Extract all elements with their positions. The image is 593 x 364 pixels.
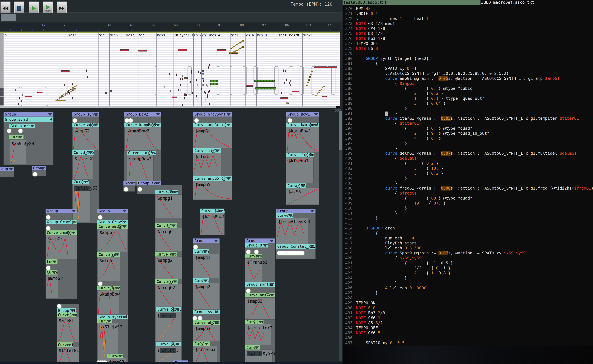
node-dot[interactable] — [98, 215, 102, 220]
promote-icon[interactable]: ↑ — [200, 342, 204, 346]
curve-panel[interactable]: $ampG1 — [57, 317, 79, 342]
promote-icon[interactable]: ↑ — [79, 180, 83, 184]
node-dot[interactable] — [288, 118, 292, 123]
curve-panel[interactable]: $tempiter2 — [245, 324, 271, 345]
curve-panel[interactable]: $ampGr — [46, 235, 77, 259]
node-dot[interactable] — [57, 304, 61, 308]
group-curve-header[interactable]: Group GravSynt — [46, 220, 77, 224]
glissando-note[interactable] — [74, 86, 76, 87]
note[interactable] — [25, 96, 32, 97]
split-badge[interactable]: Split — [160, 313, 176, 318]
curve-header[interactable]: Curve m — [46, 270, 58, 274]
group-header[interactable]: Group synth — [137, 181, 161, 185]
glissando-note[interactable] — [242, 40, 244, 41]
promote-icon[interactable]: ↑ — [118, 224, 122, 229]
glissando-note[interactable] — [59, 98, 60, 99]
note-selected[interactable] — [202, 78, 204, 79]
glissando-note[interactable] — [239, 42, 241, 43]
vertical-scrollbar[interactable] — [339, 111, 342, 361]
chevron-down-icon[interactable] — [219, 210, 224, 212]
trill-note[interactable] — [210, 80, 218, 82]
note[interactable] — [61, 70, 70, 72]
chevron-down-icon[interactable] — [203, 280, 208, 282]
chevron-down-icon[interactable] — [288, 214, 293, 217]
curve-header[interactable]: Curve ampGr↑ — [46, 230, 77, 235]
group-curve-header[interactable]: Group Constel_RII — [276, 244, 315, 249]
note[interactable] — [217, 49, 226, 51]
note[interactable] — [322, 96, 327, 97]
glissando-note[interactable] — [239, 48, 241, 49]
chevron-down-icon[interactable] — [18, 136, 23, 139]
glissando-note[interactable] — [306, 85, 308, 86]
node-dot[interactable] — [125, 118, 129, 123]
node-dot[interactable] — [33, 172, 37, 176]
chevron-down-icon[interactable] — [308, 154, 313, 156]
node-dot[interactable] — [7, 129, 11, 133]
code-editor[interactable]: 370BPM 48371;NOTE 0 1372; ----------- me… — [343, 5, 593, 346]
group-curve-header[interactable]: Group synth — [4, 117, 53, 122]
chevron-down-icon[interactable] — [258, 321, 262, 323]
note-selected[interactable] — [202, 70, 204, 72]
curve-panel[interactable]: $ampG5 — [193, 181, 232, 200]
node-dot[interactable] — [246, 289, 250, 293]
promote-icon[interactable]: ↑ — [169, 280, 173, 284]
glissando-note[interactable] — [236, 44, 238, 45]
group-curve-header[interactable]: Curve kampBow2↑ — [124, 123, 161, 127]
chevron-down-icon[interactable] — [48, 113, 52, 116]
glissando-note[interactable] — [241, 47, 242, 48]
split-badge[interactable]: Split — [247, 351, 262, 356]
group-curve-header[interactable]: Group iterS — [57, 308, 76, 313]
chevron-down-icon[interactable] — [314, 124, 318, 126]
resize-corner[interactable] — [336, 106, 340, 108]
glissando-note[interactable] — [72, 90, 74, 91]
scrollbar-thumb[interactable] — [0, 14, 16, 21]
chevron-down-icon[interactable] — [71, 314, 76, 316]
glissando-note[interactable] — [317, 93, 318, 94]
chevron-down-icon[interactable] — [70, 309, 75, 312]
chevron-down-icon[interactable] — [115, 254, 119, 256]
glissando-note[interactable] — [233, 52, 235, 53]
glissando-note[interactable] — [322, 87, 323, 88]
curve-header[interactable]: Curve — [9, 135, 24, 139]
note[interactable] — [120, 49, 129, 51]
note[interactable] — [327, 66, 337, 68]
chevron-down-icon[interactable] — [171, 253, 176, 256]
curve-panel[interactable]: $kampBow1 — [200, 213, 225, 235]
glissando-note[interactable] — [71, 91, 72, 92]
promote-icon[interactable]: ↑ — [67, 231, 72, 235]
glissando-note[interactable] — [76, 85, 78, 86]
group-curve-header[interactable]: Curve ampg1↑ — [155, 190, 178, 194]
curve-header[interactable]: Curve am — [107, 354, 124, 358]
node-dot[interactable] — [138, 187, 142, 191]
group-header[interactable]: Group — [245, 239, 275, 243]
chevron-down-icon[interactable] — [226, 177, 231, 180]
curve-panel[interactable]: $ampGr — [193, 127, 232, 148]
curve-panel[interactable]: $titerG2 — [72, 155, 93, 179]
group-curve-header[interactable]: Curve mfoGr↑ — [193, 148, 221, 153]
glissando-note[interactable] — [66, 93, 68, 94]
glissando-note[interactable] — [63, 94, 64, 95]
curve-panel[interactable]: $ampG3 — [107, 358, 127, 362]
curve-header[interactable]: Curve ampGr↑ — [97, 224, 128, 229]
curve-panel[interactable]: $ampG3 — [193, 325, 220, 341]
chevron-down-icon[interactable] — [93, 113, 98, 116]
group-curve-header[interactable]: Curve a — [193, 278, 209, 283]
chevron-down-icon[interactable] — [72, 210, 76, 212]
note-selected[interactable] — [202, 73, 204, 74]
curve-panel[interactable]: $ampg2 — [155, 256, 182, 279]
promote-icon[interactable]: ↑ — [222, 123, 226, 127]
curve-panel[interactable]: $kfreqb1 — [286, 157, 313, 183]
group-curve-header[interactable]: Curve kampBow1↑ — [286, 123, 319, 127]
group-curve-header[interactable]: Group Orch — [245, 243, 268, 247]
glissando-note[interactable] — [70, 89, 72, 90]
chevron-down-icon[interactable] — [30, 125, 34, 127]
glissando-note[interactable] — [63, 96, 64, 97]
chevron-down-icon[interactable] — [9, 168, 13, 170]
chevron-down-icon[interactable] — [68, 344, 72, 346]
group-header[interactable]: Group — [124, 181, 135, 185]
chevron-down-icon[interactable] — [83, 181, 88, 183]
group-curve-header[interactable]: Curve ampGr↑ — [193, 123, 232, 127]
curve-panel-split[interactable]: Split$ySP3 — [245, 350, 273, 362]
curve-panel-split[interactable]: $Split3 — [156, 346, 182, 362]
note[interactable] — [314, 66, 327, 68]
